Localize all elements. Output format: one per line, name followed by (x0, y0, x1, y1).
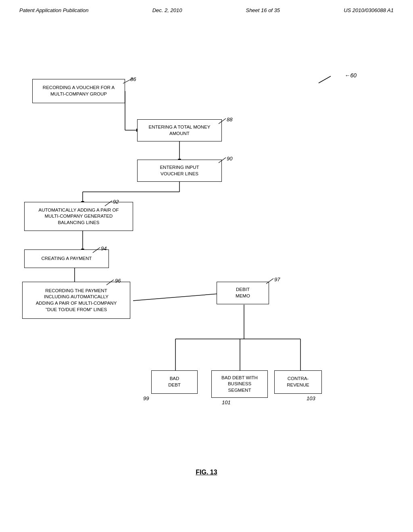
figure-caption-area: FIG. 13 (0, 469, 413, 476)
svg-line-27 (93, 247, 100, 253)
svg-line-26 (105, 201, 112, 206)
label-94-pointer (92, 245, 108, 254)
box-99: BADDEBT (151, 370, 198, 394)
label-96-pointer (106, 278, 122, 286)
label-88-pointer (218, 116, 234, 125)
header-sheet: Sheet 16 of 35 (246, 7, 280, 13)
label-92-pointer (104, 199, 120, 207)
header-patent: US 2010/0306088 A1 (344, 7, 394, 13)
box-103: CONTRA-REVENUE (274, 370, 322, 394)
box-97: DEBITMEMO (217, 282, 269, 304)
box-96: RECORDING THE PAYMENTINCLUDING AUTOMATIC… (22, 282, 130, 319)
label-103: 103 (307, 395, 315, 401)
svg-line-14 (133, 294, 218, 301)
svg-line-24 (219, 118, 226, 124)
label-86-pointer (121, 76, 137, 84)
box-88: ENTERING A TOTAL MONEYAMOUNT (137, 119, 222, 141)
box-86: RECORDING A VOUCHER FOR A MULTI-COMPANY … (32, 79, 125, 103)
svg-line-23 (123, 78, 133, 83)
svg-line-25 (219, 158, 226, 163)
box-90: ENTERING INPUTVOUCHER LINES (137, 160, 222, 182)
header-publication: Patent Application Publication (19, 7, 89, 13)
label-97-pointer (265, 276, 282, 285)
header-date: Dec. 2, 2010 (152, 7, 182, 13)
label-60: ←60 (344, 72, 357, 79)
box-101: BAD DEBT WITHBUSINESSSEGMENT (211, 370, 268, 398)
label-101: 101 (222, 399, 231, 405)
figure-caption: FIG. 13 (196, 469, 217, 476)
page-header: Patent Application Publication Dec. 2, 2… (0, 0, 413, 17)
svg-line-29 (266, 278, 273, 284)
diagram-area: ←60 RECORDING A VOUCHER FOR A MULTI-COMP… (0, 17, 413, 500)
label-99: 99 (143, 395, 149, 401)
svg-line-28 (106, 280, 114, 285)
label-90-pointer (218, 156, 234, 164)
svg-line-0 (319, 76, 331, 83)
